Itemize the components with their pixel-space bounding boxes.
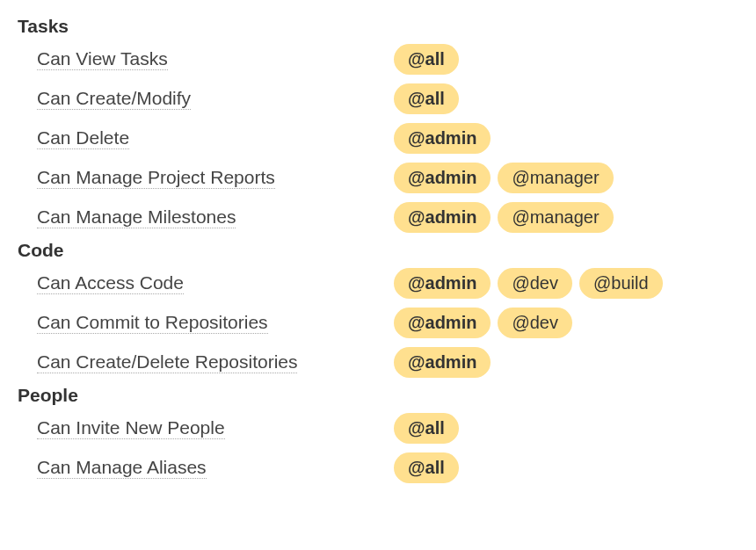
role-tag[interactable]: @admin bbox=[394, 268, 491, 299]
permission-tags: @all bbox=[394, 83, 459, 114]
permission-row: Can Access Code@admin@dev@build bbox=[37, 265, 738, 300]
role-tag[interactable]: @admin bbox=[394, 347, 491, 378]
section-header: People bbox=[18, 385, 738, 406]
role-tag[interactable]: @all bbox=[394, 413, 459, 444]
role-tag[interactable]: @dev bbox=[498, 268, 572, 299]
permission-tags: @all bbox=[394, 44, 459, 75]
permission-row: Can View Tasks@all bbox=[37, 41, 738, 76]
permission-row: Can Create/Delete Repositories@admin bbox=[37, 344, 738, 380]
permission-label[interactable]: Can Invite New People bbox=[37, 417, 394, 438]
role-tag[interactable]: @all bbox=[394, 83, 459, 114]
permission-tags: @admin@manager bbox=[394, 202, 614, 233]
permission-label[interactable]: Can Commit to Repositories bbox=[37, 312, 394, 333]
role-tag[interactable]: @manager bbox=[498, 202, 613, 233]
permission-tags: @all bbox=[394, 413, 459, 444]
role-tag[interactable]: @build bbox=[579, 268, 663, 299]
permission-label[interactable]: Can Manage Project Reports bbox=[37, 167, 394, 188]
role-tag[interactable]: @admin bbox=[394, 163, 491, 193]
permission-label[interactable]: Can Manage Milestones bbox=[37, 206, 394, 228]
permission-tags: @admin bbox=[394, 123, 491, 154]
permission-label[interactable]: Can Manage Aliases bbox=[37, 457, 394, 478]
role-tag[interactable]: @manager bbox=[498, 163, 613, 193]
section-header: Tasks bbox=[18, 16, 738, 37]
role-tag[interactable]: @dev bbox=[498, 308, 572, 338]
role-tag[interactable]: @admin bbox=[394, 202, 491, 233]
permission-tags: @admin bbox=[394, 347, 491, 378]
permission-tags: @admin@dev bbox=[394, 308, 572, 338]
permission-row: Can Commit to Repositories@admin@dev bbox=[37, 305, 738, 340]
section-header: Code bbox=[18, 240, 738, 261]
permission-row: Can Create/Modify@all bbox=[37, 81, 738, 116]
permission-row: Can Manage Project Reports@admin@manager bbox=[37, 160, 738, 195]
permission-row: Can Invite New People@all bbox=[37, 410, 738, 445]
role-tag[interactable]: @admin bbox=[394, 308, 491, 338]
permission-label[interactable]: Can Access Code bbox=[37, 272, 394, 293]
permission-label[interactable]: Can Create/Delete Repositories bbox=[37, 351, 394, 373]
permission-label[interactable]: Can Delete bbox=[37, 127, 394, 148]
permission-label[interactable]: Can Create/Modify bbox=[37, 88, 394, 109]
role-tag[interactable]: @all bbox=[394, 44, 459, 75]
permission-row: Can Manage Aliases@all bbox=[37, 450, 738, 485]
permission-row: Can Delete@admin bbox=[37, 120, 738, 156]
role-tag[interactable]: @admin bbox=[394, 123, 491, 154]
permission-label[interactable]: Can View Tasks bbox=[37, 48, 394, 69]
permission-row: Can Manage Milestones@admin@manager bbox=[37, 199, 738, 235]
permission-tags: @admin@manager bbox=[394, 163, 614, 193]
role-tag[interactable]: @all bbox=[394, 452, 459, 483]
permission-tags: @admin@dev@build bbox=[394, 268, 663, 299]
permissions-list: TasksCan View Tasks@allCan Create/Modify… bbox=[18, 16, 738, 485]
permission-tags: @all bbox=[394, 452, 459, 483]
